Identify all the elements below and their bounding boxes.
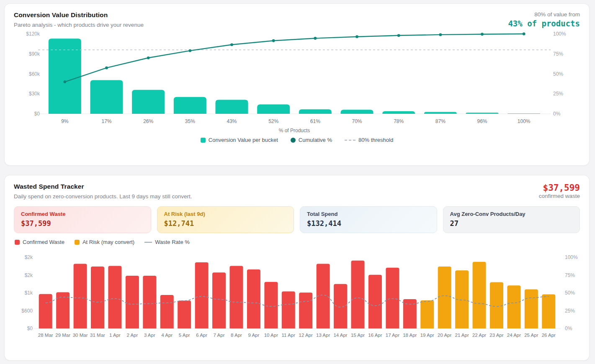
waste-annotation-value: $37,599 xyxy=(539,183,580,193)
svg-text:21 Apr: 21 Apr xyxy=(455,333,469,338)
svg-text:$2k: $2k xyxy=(25,254,33,260)
pareto-annotation: 80% of value from 43% of products xyxy=(508,11,580,28)
svg-text:0%: 0% xyxy=(553,111,561,117)
pareto-title: Conversion Value Distribution xyxy=(14,11,144,19)
svg-text:$600: $600 xyxy=(21,308,33,314)
svg-text:25%: 25% xyxy=(565,308,575,314)
svg-text:35%: 35% xyxy=(185,118,195,124)
legend-label: Cumulative % xyxy=(299,137,332,143)
svg-text:52%: 52% xyxy=(268,118,278,124)
svg-text:$0: $0 xyxy=(27,326,33,331)
legend-label: Confirmed Waste xyxy=(23,239,64,245)
svg-text:43%: 43% xyxy=(227,118,237,124)
stat-card-at-risk: At Risk (last 9d) $12,741 xyxy=(157,206,294,233)
svg-text:87%: 87% xyxy=(435,118,446,124)
legend-item-threshold[interactable]: 80% threshold xyxy=(345,137,393,143)
pareto-annotation-value: 43% of products xyxy=(508,19,580,28)
svg-text:18 Apr: 18 Apr xyxy=(403,333,417,338)
svg-text:25 Apr: 25 Apr xyxy=(524,333,538,338)
svg-text:100%: 100% xyxy=(565,254,578,260)
pareto-legend: Conversion Value per bucket Cumulative %… xyxy=(14,137,580,143)
legend-item-waste-rate[interactable]: Waste Rate % xyxy=(144,239,190,245)
pareto-header-left: Conversion Value Distribution Pareto ana… xyxy=(14,11,144,28)
waste-header: Wasted Spend Tracker Daily spend on zero… xyxy=(14,183,580,200)
svg-text:$120k: $120k xyxy=(26,31,40,37)
bar-series-marker-icon xyxy=(201,138,206,143)
legend-item-confirmed-waste[interactable]: Confirmed Waste xyxy=(15,239,64,245)
stat-card-avg-zero-conv: Avg Zero-Conv Products/Day 27 xyxy=(443,206,580,233)
waste-chart-canvas[interactable]: $0$600$1k$2k$2k0%25%50%75%100%28 Mar29 M… xyxy=(14,249,581,340)
red-bar-marker-icon xyxy=(15,240,20,245)
gray-line-marker-icon xyxy=(144,242,152,243)
svg-text:20 Apr: 20 Apr xyxy=(438,333,451,338)
stat-card-label: Avg Zero-Conv Products/Day xyxy=(450,211,573,217)
svg-text:100%: 100% xyxy=(518,118,531,124)
svg-text:22 Apr: 22 Apr xyxy=(472,333,486,338)
waste-annotation-caption: confirmed waste xyxy=(539,193,580,199)
svg-text:9%: 9% xyxy=(61,118,69,124)
svg-text:15 Apr: 15 Apr xyxy=(351,333,365,338)
svg-text:19 Apr: 19 Apr xyxy=(420,333,434,338)
svg-text:3 Apr: 3 Apr xyxy=(144,333,155,338)
svg-text:$0: $0 xyxy=(34,111,40,117)
svg-text:6 Apr: 6 Apr xyxy=(196,333,207,338)
stat-card-value: $37,599 xyxy=(21,219,144,228)
svg-text:78%: 78% xyxy=(394,118,404,124)
waste-legend: Confirmed Waste At Risk (may convert) Wa… xyxy=(15,239,580,245)
svg-text:26 Apr: 26 Apr xyxy=(542,333,556,338)
svg-text:11 Apr: 11 Apr xyxy=(282,333,296,338)
dashed-line-marker-icon xyxy=(345,140,355,141)
svg-text:5 Apr: 5 Apr xyxy=(179,333,190,338)
svg-text:61%: 61% xyxy=(310,118,320,124)
svg-text:75%: 75% xyxy=(565,272,575,278)
svg-text:16 Apr: 16 Apr xyxy=(368,333,382,338)
svg-text:7 Apr: 7 Apr xyxy=(214,333,225,338)
legend-label: 80% threshold xyxy=(358,137,393,143)
svg-text:$2k: $2k xyxy=(25,272,33,278)
svg-text:70%: 70% xyxy=(352,118,362,124)
legend-item-conversion-value[interactable]: Conversion Value per bucket xyxy=(201,137,278,143)
svg-text:10 Apr: 10 Apr xyxy=(264,333,278,338)
legend-item-cumulative[interactable]: Cumulative % xyxy=(291,137,332,143)
legend-label: Waste Rate % xyxy=(155,239,190,245)
stat-card-label: Total Spend xyxy=(307,211,430,217)
svg-text:$1k: $1k xyxy=(25,290,33,296)
svg-text:2 Apr: 2 Apr xyxy=(126,333,138,338)
svg-text:23 Apr: 23 Apr xyxy=(489,333,503,338)
svg-text:26%: 26% xyxy=(143,118,153,124)
svg-text:50%: 50% xyxy=(565,290,575,296)
stat-card-value: $132,414 xyxy=(307,219,430,228)
svg-text:75%: 75% xyxy=(553,51,563,57)
pareto-header: Conversion Value Distribution Pareto ana… xyxy=(14,11,580,28)
stat-card-value: $12,741 xyxy=(164,219,287,228)
svg-text:100%: 100% xyxy=(553,31,566,37)
wasted-spend-panel: Wasted Spend Tracker Daily spend on zero… xyxy=(4,175,590,361)
svg-text:9 Apr: 9 Apr xyxy=(248,333,259,338)
svg-text:29 Mar: 29 Mar xyxy=(55,333,70,338)
waste-annotation: $37,599 confirmed waste xyxy=(539,183,580,200)
svg-text:24 Apr: 24 Apr xyxy=(507,333,521,338)
svg-text:14 Apr: 14 Apr xyxy=(333,333,347,338)
legend-item-at-risk[interactable]: At Risk (may convert) xyxy=(75,239,134,245)
svg-text:96%: 96% xyxy=(477,118,487,124)
svg-text:17 Apr: 17 Apr xyxy=(386,333,399,338)
stat-card-label: At Risk (last 9d) xyxy=(164,211,287,217)
svg-text:12 Apr: 12 Apr xyxy=(299,333,313,338)
svg-text:% of Products: % of Products xyxy=(279,128,310,133)
waste-header-left: Wasted Spend Tracker Daily spend on zero… xyxy=(14,183,192,200)
amber-bar-marker-icon xyxy=(75,240,80,245)
stat-card-value: 27 xyxy=(450,219,573,228)
pareto-annotation-caption: 80% of value from xyxy=(508,11,580,18)
svg-text:8 Apr: 8 Apr xyxy=(231,333,242,338)
pareto-chart-canvas[interactable]: $0$30k$60k$90k$120k0%25%50%75%100%9%17%2… xyxy=(14,28,581,133)
pareto-panel: Conversion Value Distribution Pareto ana… xyxy=(4,3,590,166)
svg-text:17%: 17% xyxy=(101,118,111,124)
svg-text:31 Mar: 31 Mar xyxy=(90,333,105,338)
legend-label: Conversion Value per bucket xyxy=(209,137,278,143)
stat-cards-row: Confirmed Waste $37,599 At Risk (last 9d… xyxy=(14,206,580,233)
stat-card-confirmed-waste: Confirmed Waste $37,599 xyxy=(14,206,151,233)
svg-text:0%: 0% xyxy=(565,326,572,331)
svg-text:28 Mar: 28 Mar xyxy=(38,333,53,338)
svg-text:$60k: $60k xyxy=(29,71,40,77)
svg-text:50%: 50% xyxy=(553,71,563,77)
